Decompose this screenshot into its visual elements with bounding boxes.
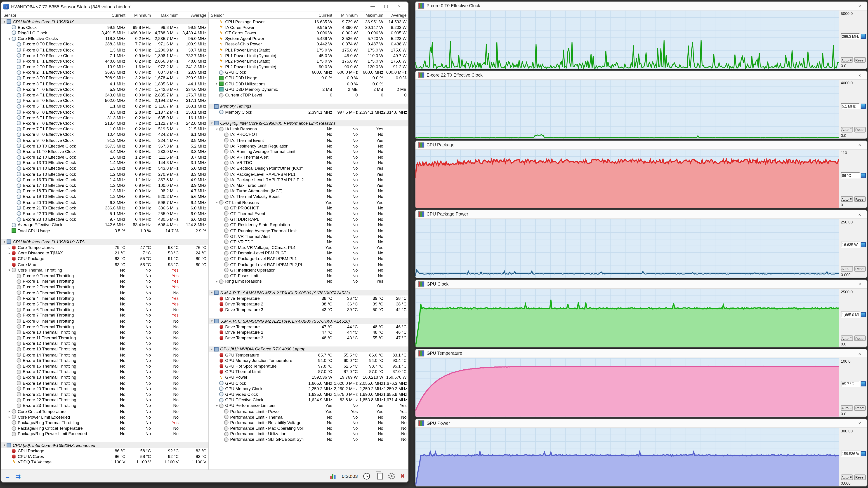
expand-chevron-icon[interactable]: ▸ — [215, 82, 219, 86]
sensor-row[interactable]: Performance Limit - PowerYesYesYesYes — [209, 409, 408, 414]
sensor-row[interactable]: Package/Ring Critical TemperatureNoNoNo — [1, 425, 208, 431]
sensor-row[interactable]: P-core 7 Thermal ThrottlingNoNoYes — [1, 313, 208, 318]
sensor-row[interactable]: P-core 6 T0 Effective Clock3.3 MHz2.8 MH… — [1, 109, 208, 115]
sensor-row[interactable]: P-core 7 T1 Effective Clock1.0 MHz0.2 MH… — [1, 126, 208, 132]
sensor-row[interactable]: GT: VR TDCNoNoNo — [209, 239, 408, 245]
sensor-row[interactable]: IA: PROCHOTNoNoNo — [209, 132, 408, 137]
sensor-row[interactable]: ▸Core Distance to TjMAX21 °C7 °C53 °C24 … — [1, 250, 208, 256]
sensor-row[interactable]: E-core 10 T0 Effective Clock367.3 MHz0.3… — [1, 143, 208, 149]
sensor-row[interactable]: IA: Max Turbo LimitNoNoYes — [209, 183, 408, 188]
sensor-row[interactable]: E-core 9 Thermal ThrottlingNoNoNo — [1, 324, 208, 329]
sensor-row[interactable]: E-core 14 Thermal ThrottlingNoNoNo — [1, 352, 208, 358]
sensor-row[interactable]: Average Effective Clock142.6 MHz83.4 MHz… — [1, 222, 208, 228]
column-minimum[interactable]: Minimum — [125, 13, 151, 18]
collapse-chevron-icon[interactable]: ▾ — [210, 348, 214, 351]
sensor-row[interactable]: E-core 11 T0 Effective Clock4.4 MHz0.3 M… — [1, 149, 208, 154]
sensor-row[interactable]: Performance Limit - Max Operating Voltag… — [209, 425, 408, 431]
sensor-row[interactable]: P-core 2 Thermal ThrottlingNoNoYes — [1, 284, 208, 290]
reset-button[interactable]: Reset — [854, 57, 866, 63]
minimize-button[interactable]: — — [366, 2, 379, 11]
sensor-row[interactable]: E-core 22 T0 Effective Clock5.1 MHz0.3 M… — [1, 211, 208, 217]
sensor-row[interactable]: GT: Max VR Voltage, ICCmax, PL4YesNoYes — [209, 245, 408, 250]
sensor-row[interactable]: GPU Thermal Limit87.0 °C87.0 °C87.0 °C87… — [209, 369, 408, 375]
sensor-row[interactable]: P-core 1 T0 Effective Clock7.1 MHz0.9 MH… — [1, 53, 208, 58]
sensor-row[interactable]: ▾GPU Performance LimitersYesNoYesYes — [209, 403, 408, 409]
sensor-row[interactable]: P-core 4 Thermal ThrottlingNoNoYes — [1, 295, 208, 301]
collapse-chevron-icon[interactable]: ▾ — [7, 268, 12, 272]
column-average[interactable]: Average — [383, 13, 407, 18]
graph-snapshot-icon[interactable] — [861, 451, 866, 456]
sensor-row[interactable]: PL1 Power Limit (Static)175.0 W175.0 W17… — [209, 47, 408, 53]
collapse-chevron-icon[interactable]: ▾ — [210, 291, 214, 294]
graph-snapshot-icon[interactable] — [861, 242, 866, 248]
column-header-row[interactable]: Sensor Current Minimum Maximum Average — [209, 12, 408, 19]
sensor-section-row[interactable]: ▾CPU [#0]: Intel Core i9-13980HX: Enhanc… — [1, 442, 208, 448]
reset-button[interactable]: Reset — [854, 335, 866, 341]
reset-button[interactable]: Reset — [854, 196, 866, 202]
graph-titlebar[interactable]: GPU Power× — [415, 419, 867, 428]
sensor-row[interactable]: E-core 13 T0 Effective Clock1.4 MHz0.9 M… — [1, 160, 208, 166]
sensor-row[interactable]: P-core 0 T1 Effective Clock1.3 MHz0.4 MH… — [1, 47, 208, 53]
graph-snapshot-icon[interactable] — [861, 382, 866, 387]
sensor-row[interactable]: E-core 12 T0 Effective Clock1.6 MHz1.2 M… — [1, 154, 208, 160]
sensor-row[interactable]: GT: DDR RAPLNoNoNo — [209, 217, 408, 222]
sensor-row[interactable]: E-core 16 Thermal ThrottlingNoNoNo — [1, 363, 208, 369]
sensor-row[interactable]: E-core 12 Thermal ThrottlingNoNoNo — [1, 341, 208, 346]
collapse-chevron-icon[interactable]: ▾ — [215, 404, 219, 408]
sensor-row[interactable]: P-core 2 T1 Effective Clock369.3 MHz0.7 … — [1, 70, 208, 75]
collapse-chevron-icon[interactable]: ▾ — [2, 20, 7, 24]
sensor-section-row[interactable]: ▾S.M.A.R.T.: SAMSUNG MZVL21T0HCLR-00B00 … — [209, 318, 408, 324]
sensor-row[interactable]: Bus Clock99.8 MHz99.8 MHz99.8 MHz99.8 MH… — [1, 24, 208, 30]
sensor-row[interactable]: P-core 2 T0 Effective Clock13.9 MHz1.6 M… — [1, 64, 208, 70]
sensor-row[interactable]: Ring/LLC Clock3,491.5 MHz1,496.3 MHz4,78… — [1, 30, 208, 36]
sensor-row[interactable]: Drive Temperature 348 °C43 °C55 °C47 °C — [209, 335, 408, 341]
collapse-chevron-icon[interactable]: ▾ — [215, 127, 219, 131]
sensor-row[interactable]: IA: Package-Level RAPL/PBM PL2,PL3NoNoNo — [209, 177, 408, 183]
collapse-chevron-icon[interactable]: ▾ — [210, 122, 214, 125]
sensor-row[interactable]: GPU Memory Clock2,250.2 MHz2,250.2 MHz2,… — [209, 386, 408, 392]
sensor-row[interactable]: CPU Package Power16.635 W9.739 W36.951 W… — [209, 19, 408, 24]
sensor-row[interactable]: GPU D3D Memory Dynamic2 MB2 MB2 MB2 MB — [209, 87, 408, 92]
reset-button[interactable]: Reset — [854, 475, 866, 480]
sensor-row[interactable]: E-core 22 Thermal ThrottlingNoNoNo — [1, 397, 208, 403]
sensor-row[interactable]: CPU Package83 °C55 °C91 °C80 °C — [1, 256, 208, 262]
sensor-row[interactable]: GT: VR Thermal AlertNoNoNo — [209, 233, 408, 239]
auto-fit-button[interactable]: Auto Fit — [841, 57, 853, 63]
expand-chevron-icon[interactable]: ▸ — [7, 410, 12, 413]
collapse-chevron-icon[interactable]: ▾ — [7, 37, 12, 40]
sensor-row[interactable]: GT: Running Average Thermal LimitNoNoNo — [209, 228, 408, 233]
sensor-row[interactable]: P-core 0 T0 Effective Clock288.3 MHz7.7 … — [1, 41, 208, 47]
close-sensors-icon[interactable]: ✖ — [401, 474, 405, 479]
sensor-row[interactable]: E-core 19 T0 Effective Clock1.2 MHz0.9 M… — [1, 194, 208, 199]
sensor-row[interactable]: P-core 0 Thermal ThrottlingNoNoYes — [1, 273, 208, 279]
sensor-row[interactable]: IA Cores Power9.945 W4.390 W30.147 W8.20… — [209, 24, 408, 30]
swap-columns-icon[interactable]: ↔ — [4, 473, 11, 480]
sensor-row[interactable]: Drive Temperature 247 °C44 °C48 °C46 °C — [209, 329, 408, 335]
sensor-row[interactable]: GT: Package-Level RAPL/PBM PL2,PL3NoNoNo — [209, 262, 408, 267]
reset-button[interactable]: Reset — [854, 405, 866, 411]
sensor-row[interactable]: IA: Electrical Design Point/Other (ICCma… — [209, 166, 408, 171]
sensor-row[interactable]: E-core 20 Thermal ThrottlingNoNoNo — [1, 386, 208, 392]
clock-icon[interactable] — [363, 473, 370, 480]
graph-close-icon[interactable]: × — [855, 281, 864, 287]
graph-titlebar[interactable]: GPU Clock× — [415, 280, 867, 289]
sensor-row[interactable]: E-core 17 T0 Effective Clock1.2 MHz0.9 M… — [1, 183, 208, 188]
column-maximum[interactable]: Maximum — [358, 13, 383, 18]
settings-gear-icon[interactable] — [388, 473, 395, 480]
expand-chevron-icon[interactable]: ▸ — [215, 280, 219, 283]
sensor-row[interactable]: P-core 4 T1 Effective Clock343.0 MHz0.9 … — [1, 92, 208, 98]
column-maximum[interactable]: Maximum — [151, 13, 179, 18]
sensor-row[interactable]: Performance Limit - Reliability VoltageN… — [209, 420, 408, 425]
sensor-graph-icon[interactable] — [330, 473, 336, 479]
sensor-row[interactable]: PL1 Power Limit (Dynamic)45.0 W45.0 W110… — [209, 53, 408, 58]
auto-fit-button[interactable]: Auto Fit — [841, 127, 853, 132]
sensor-section-row[interactable]: ▾S.M.A.R.T.: SAMSUNG MZVL21T0HCLR-00B00 … — [209, 290, 408, 295]
sensor-row[interactable]: P-core 5 T1 Effective Clock1.1 MHz0.2 MH… — [1, 103, 208, 109]
sensor-section-row[interactable]: ▾GPU [#1]: NVIDIA GeForce RTX 4090 Lapto… — [209, 346, 408, 352]
sensor-row[interactable]: P-core 5 Thermal ThrottlingNoNoYes — [1, 301, 208, 307]
sensor-row[interactable]: GPU Temperature85.7 °C55.5 °C86.0 °C83.1… — [209, 352, 408, 358]
sensor-row[interactable]: IA: Thermal EventNoNoYes — [209, 137, 408, 143]
sensor-row[interactable]: CPU Package86 °C58 °C92 °C83 °C — [1, 448, 208, 454]
graph-snapshot-icon[interactable] — [861, 173, 866, 178]
sensor-row[interactable]: GPU Power159.536 W19.769 W160.218 W159.5… — [209, 375, 408, 380]
